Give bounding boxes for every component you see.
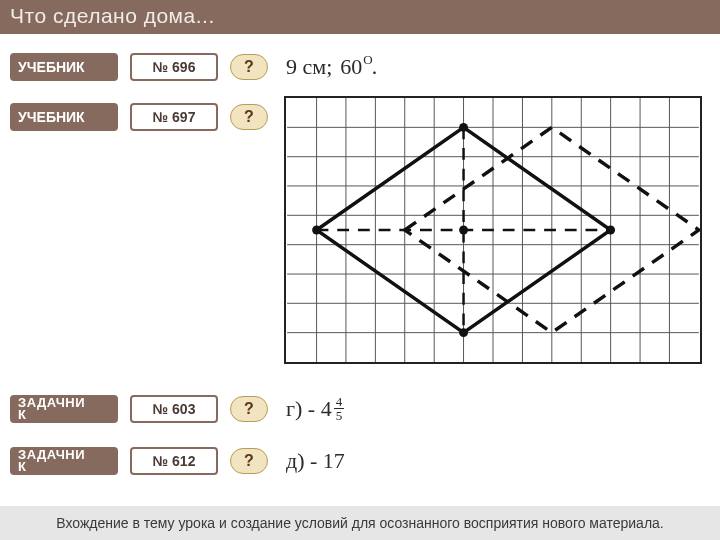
question-mark: ? (244, 400, 254, 418)
hw-row-612: ЗАДАЧНИ К № 612 ? д) - 17 (10, 444, 345, 478)
diagram-svg (286, 98, 700, 362)
source-chip: ЗАДАЧНИ К (10, 447, 118, 475)
question-mark: ? (244, 452, 254, 470)
svg-point-25 (459, 226, 468, 235)
question-pill[interactable]: ? (230, 104, 268, 130)
answer-cm: 9 см; (286, 54, 332, 80)
source-chip: УЧЕБНИК (10, 103, 118, 131)
page-title: Что сделано дома... (10, 4, 215, 27)
exercise-number: № 603 (153, 401, 196, 417)
hw-row-603: ЗАДАЧНИ К № 603 ? г) - 4 4 5 (10, 392, 344, 426)
number-chip: № 612 (130, 447, 218, 475)
source-label-line2: К (18, 409, 85, 421)
answer-696: 9 см; 60O. (286, 54, 377, 80)
title-bar: Что сделано дома... (0, 0, 720, 34)
exercise-number: № 612 (153, 453, 196, 469)
number-chip: № 603 (130, 395, 218, 423)
svg-point-22 (459, 123, 468, 132)
answer-deg: 60 (340, 54, 362, 80)
source-chip: УЧЕБНИК (10, 53, 118, 81)
question-pill[interactable]: ? (230, 448, 268, 474)
degree-symbol: O (363, 52, 372, 68)
hw-row-696: УЧЕБНИК № 696 ? 9 см; 60O. (10, 50, 377, 84)
source-label-line2: К (18, 461, 85, 473)
fraction-denominator: 5 (334, 409, 345, 422)
svg-point-21 (312, 226, 321, 235)
number-chip: № 696 (130, 53, 218, 81)
answer-603: г) - 4 4 5 (286, 396, 344, 423)
answer-text: д) - 17 (286, 448, 345, 474)
fraction-numerator: 4 (334, 395, 345, 409)
svg-point-24 (459, 328, 468, 337)
answer-prefix: г) - 4 (286, 396, 332, 422)
exercise-number: № 697 (153, 109, 196, 125)
exercise-number: № 696 (153, 59, 196, 75)
hw-row-697: УЧЕБНИК № 697 ? (10, 100, 286, 134)
footer-text: Вхождение в тему урока и создание услови… (56, 515, 664, 531)
answer-612: д) - 17 (286, 448, 345, 474)
source-label: УЧЕБНИК (18, 59, 85, 75)
source-chip: ЗАДАЧНИ К (10, 395, 118, 423)
source-label-line1: ЗАДАЧНИ (18, 397, 85, 409)
question-pill[interactable]: ? (230, 396, 268, 422)
svg-point-23 (606, 226, 615, 235)
number-chip: № 697 (130, 103, 218, 131)
question-mark: ? (244, 108, 254, 126)
source-label: УЧЕБНИК (18, 109, 85, 125)
rhombus-diagram (284, 96, 702, 364)
question-mark: ? (244, 58, 254, 76)
footer-bar: Вхождение в тему урока и создание услови… (0, 506, 720, 540)
question-pill[interactable]: ? (230, 54, 268, 80)
source-label-line1: ЗАДАЧНИ (18, 449, 85, 461)
fraction: 4 5 (334, 395, 345, 422)
